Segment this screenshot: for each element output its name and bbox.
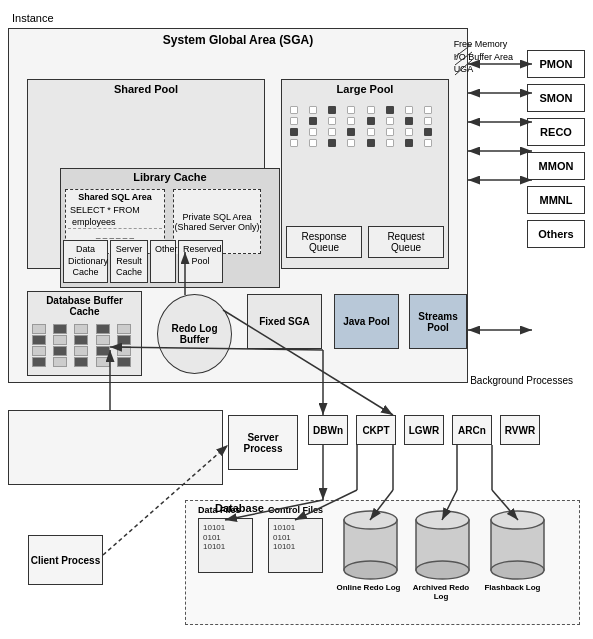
instance-label: Instance: [12, 12, 54, 24]
io-buffer-label: I/O Buffer Area: [454, 51, 513, 64]
streams-pool: Streams Pool: [409, 294, 467, 349]
shared-sql-area-label: Shared SQL Area: [78, 192, 152, 202]
shared-pool: Shared Pool Library Cache Shared SQL Are…: [27, 79, 265, 269]
pga-box: PGA SQL Work Areas Session Memory Privat…: [8, 410, 223, 485]
background-processes-label: Background Processes: [470, 375, 573, 386]
server-process: Server Process: [228, 415, 298, 470]
library-cache-label: Library Cache: [133, 171, 206, 183]
fixed-sga: Fixed SGA: [247, 294, 322, 349]
data-files-label: Data Files: [198, 505, 241, 515]
flashback-log: [490, 510, 545, 582]
svg-point-1: [344, 511, 397, 529]
bottom-process-boxes: DBWn CKPT LGWR ARCn RVWR: [308, 415, 540, 445]
other-box: Other: [150, 240, 176, 283]
mmnl-box: MMNL: [527, 186, 585, 214]
diagram-container: Instance System Global Area (SGA) Shared…: [0, 0, 593, 639]
lgwr-box: LGWR: [404, 415, 444, 445]
archived-redo-log: [415, 510, 470, 582]
server-result-box: Server Result Cache: [110, 240, 148, 283]
large-pool-label: Large Pool: [337, 83, 394, 95]
flashback-label: Flashback Log: [480, 583, 545, 592]
memory-labels: Free Memory I/O Buffer Area UGA: [454, 38, 513, 76]
sga-box: System Global Area (SGA) Shared Pool Lib…: [8, 28, 468, 383]
ckpt-box: CKPT: [356, 415, 396, 445]
data-dictionary-box: Data Dictionary Cache: [63, 240, 108, 283]
uga-label: UGA: [454, 63, 513, 76]
svg-point-2: [344, 561, 397, 579]
control-files-label: Control Files: [268, 505, 323, 515]
data-files-box: 10101010110101: [198, 518, 253, 573]
request-queue: Request Queue: [387, 231, 424, 253]
smon-box: SMON: [527, 84, 585, 112]
pmon-box: PMON: [527, 50, 585, 78]
sql-line1: SELECT * FROM: [70, 205, 140, 215]
shared-pool-label: Shared Pool: [114, 83, 178, 95]
online-redo-label: Online Redo Log: [336, 583, 401, 592]
large-pool: Large Pool Response Queue Request Queue: [281, 79, 449, 269]
redo-log-buffer: Redo Log Buffer: [157, 294, 232, 374]
reserved-pool-box: Reserved Pool: [178, 240, 223, 283]
archived-redo-label: Archived Redo Log: [406, 583, 476, 601]
sql-line2: employees: [72, 217, 116, 227]
free-memory-label: Free Memory: [454, 38, 513, 51]
background-processes: PMON SMON RECO MMON MMNL Others: [527, 50, 585, 248]
client-process: Client Process: [28, 535, 103, 585]
java-pool: Java Pool: [334, 294, 399, 349]
svg-point-4: [416, 511, 469, 529]
svg-point-8: [491, 561, 544, 579]
control-files-box: 10101010110101: [268, 518, 323, 573]
dbwn-box: DBWn: [308, 415, 348, 445]
reco-box: RECO: [527, 118, 585, 146]
svg-point-5: [416, 561, 469, 579]
private-sql-area-label: Private SQL Area (Shared Server Only): [174, 212, 260, 232]
response-queue: Response Queue: [301, 231, 346, 253]
online-redo-log: [343, 510, 398, 582]
rvwr-box: RVWR: [500, 415, 540, 445]
arcn-box: ARCn: [452, 415, 492, 445]
others-box: Others: [527, 220, 585, 248]
database-buffer-cache: Database Buffer Cache: [27, 291, 142, 376]
mmon-box: MMON: [527, 152, 585, 180]
svg-point-7: [491, 511, 544, 529]
sga-label: System Global Area (SGA): [163, 33, 313, 47]
